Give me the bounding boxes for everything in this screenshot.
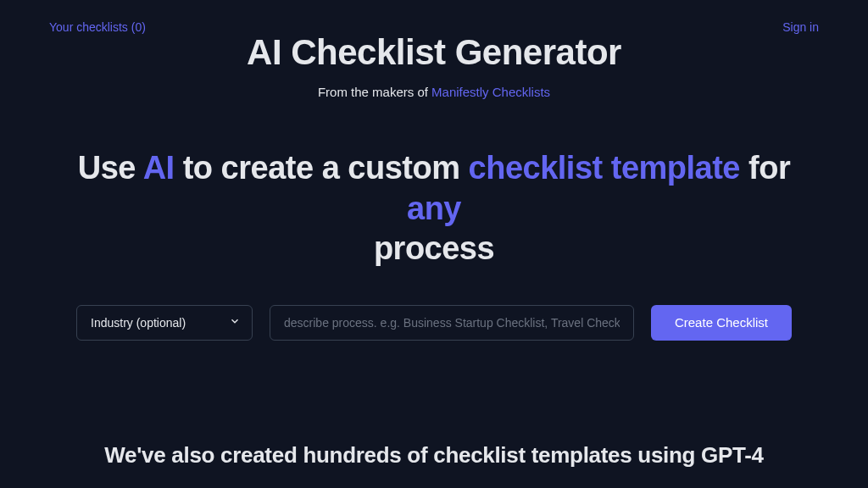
- subtitle-prefix: From the makers of: [318, 85, 431, 99]
- hero-part4: process: [374, 230, 494, 266]
- hero-heading: Use AI to create a custom checklist temp…: [0, 148, 868, 269]
- create-checklist-button[interactable]: Create Checklist: [651, 305, 792, 341]
- your-checklists-link[interactable]: Your checklists (0): [49, 20, 146, 34]
- hero-accent-ai: AI: [143, 150, 175, 186]
- page-title: AI Checklist Generator: [0, 32, 868, 73]
- hero-part3: for: [740, 150, 790, 186]
- generator-form: Industry (optional) Create Checklist: [0, 305, 868, 341]
- hero-part2: to create a custom: [175, 150, 469, 186]
- hero-accent-any: any: [407, 191, 461, 226]
- industry-select-wrapper: Industry (optional): [76, 305, 253, 341]
- templates-section-heading: We've also created hundreds of checklist…: [0, 442, 868, 469]
- industry-select[interactable]: Industry (optional): [76, 305, 253, 341]
- page-subtitle: From the makers of Manifestly Checklists: [0, 85, 868, 99]
- hero-part1: Use: [78, 150, 143, 186]
- manifestly-link[interactable]: Manifestly Checklists: [431, 85, 550, 99]
- sign-in-link[interactable]: Sign in: [782, 20, 819, 34]
- process-input[interactable]: [270, 305, 634, 341]
- hero-accent-template: checklist template: [469, 150, 740, 186]
